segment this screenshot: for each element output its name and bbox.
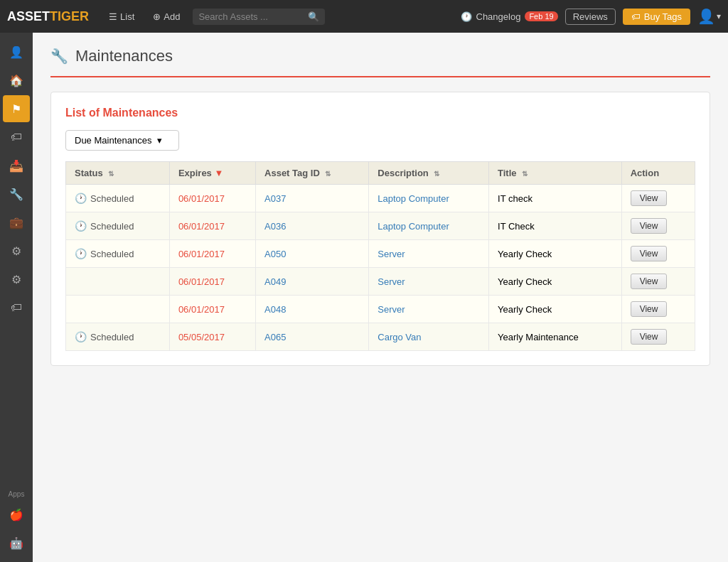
cell-status: 🕐Scheduled xyxy=(66,240,170,268)
sidebar-item-home[interactable]: 🏠 xyxy=(3,67,30,94)
sidebar-item-flag[interactable]: ⚑ xyxy=(3,95,30,122)
reviews-button[interactable]: Reviews xyxy=(565,9,616,25)
reviews-label: Reviews xyxy=(573,11,608,22)
sort-title-icon[interactable]: ⇅ xyxy=(522,170,528,178)
expires-date: 06/01/2017 xyxy=(178,249,225,259)
buy-tags-button[interactable]: 🏷 Buy Tags xyxy=(623,9,690,25)
sort-asset-tag-icon[interactable]: ⇅ xyxy=(325,170,331,178)
cell-expires: 06/01/2017 xyxy=(169,240,255,268)
description-link[interactable]: Server xyxy=(378,276,405,287)
view-button[interactable]: View xyxy=(631,301,668,317)
page-title: Maintenances xyxy=(75,47,173,65)
cell-title: Yearly Check xyxy=(489,268,622,296)
sidebar-item-tag[interactable]: 🏷 xyxy=(3,124,30,151)
page-divider xyxy=(50,76,710,77)
table-row: 🕐Scheduled06/01/2017A050ServerYearly Che… xyxy=(66,240,695,268)
view-button[interactable]: View xyxy=(631,329,668,345)
cell-description: Server xyxy=(369,268,489,296)
scheduled-clock-icon: 🕐 xyxy=(75,248,87,259)
list-button[interactable]: ☰ List xyxy=(103,9,140,25)
cell-asset-tag-id: A065 xyxy=(256,323,369,351)
user-menu-button[interactable]: 👤 ▾ xyxy=(697,8,721,25)
add-button[interactable]: ⊕ Add xyxy=(147,9,186,25)
sidebar-item-briefcase[interactable]: 💼 xyxy=(3,209,30,236)
view-button[interactable]: View xyxy=(631,246,668,261)
sidebar-item-inbox[interactable]: 📥 xyxy=(3,152,30,179)
description-link[interactable]: Server xyxy=(378,304,405,315)
table-header-row: Status ⇅ Expires ▼ Asset Tag ID ⇅ Desc xyxy=(66,162,695,185)
view-button[interactable]: View xyxy=(631,274,668,289)
cell-title: Yearly Check xyxy=(489,240,622,268)
sidebar-item-settings[interactable]: ⚙ xyxy=(3,237,30,264)
maintenances-table: Status ⇅ Expires ▼ Asset Tag ID ⇅ Desc xyxy=(65,161,695,351)
cell-status: 🕐Scheduled xyxy=(66,212,170,240)
table-row: 06/01/2017A048ServerYearly CheckView xyxy=(66,296,695,323)
sidebar-item-gear[interactable]: ⚙ xyxy=(3,266,30,293)
cell-asset-tag-id: A037 xyxy=(256,185,369,212)
buy-tags-label: Buy Tags xyxy=(644,11,682,22)
view-button[interactable]: View xyxy=(631,190,668,206)
table-row: 🕐Scheduled06/01/2017A036Laptop ComputerI… xyxy=(66,212,695,240)
asset-tag-link[interactable]: A048 xyxy=(264,304,286,315)
search-wrap: 🔍 xyxy=(193,9,325,25)
list-label: List xyxy=(120,11,134,22)
sort-description-icon[interactable]: ⇅ xyxy=(434,170,439,178)
status-text: Scheduled xyxy=(90,193,134,204)
sidebar-item-android[interactable]: 🤖 xyxy=(3,529,30,556)
col-asset-tag-id: Asset Tag ID ⇅ xyxy=(256,162,369,185)
col-expires: Expires ▼ xyxy=(169,162,255,185)
cell-action: View xyxy=(621,185,695,212)
expires-date: 05/05/2017 xyxy=(178,332,225,342)
sidebar-item-label[interactable]: 🏷 xyxy=(3,294,30,321)
feb-badge: Feb 19 xyxy=(525,11,557,21)
changelog-button[interactable]: 🕐 Changelog Feb 19 xyxy=(461,11,558,22)
dropdown-wrap: Due Maintenances ▾ xyxy=(65,130,695,151)
cell-action: View xyxy=(621,240,695,268)
cell-expires: 05/05/2017 xyxy=(169,323,255,351)
sidebar-item-user[interactable]: 👤 xyxy=(3,38,30,65)
sidebar-item-wrench[interactable]: 🔧 xyxy=(3,180,30,207)
asset-tag-link[interactable]: A065 xyxy=(264,332,286,342)
col-title: Title ⇅ xyxy=(489,162,622,185)
col-description: Description ⇅ xyxy=(369,162,489,185)
sort-status-icon[interactable]: ⇅ xyxy=(108,170,114,178)
cell-description: Laptop Computer xyxy=(369,185,489,212)
sort-expires-icon[interactable]: ▼ xyxy=(214,168,223,178)
cell-asset-tag-id: A050 xyxy=(256,240,369,268)
cell-action: View xyxy=(621,212,695,240)
asset-tag-link[interactable]: A037 xyxy=(264,193,286,204)
view-button[interactable]: View xyxy=(631,218,668,234)
table-row: 🕐Scheduled06/01/2017A037Laptop ComputerI… xyxy=(66,185,695,212)
cell-status xyxy=(66,268,170,296)
col-status: Status ⇅ xyxy=(66,162,170,185)
due-maintenances-dropdown[interactable]: Due Maintenances ▾ xyxy=(65,130,179,151)
description-link[interactable]: Laptop Computer xyxy=(378,221,449,232)
cell-action: View xyxy=(621,323,695,351)
sidebar-item-apple[interactable]: 🍎 xyxy=(3,501,30,528)
page-header: 🔧 Maintenances xyxy=(50,47,710,65)
sidebar-apps: Apps 🍎 🤖 xyxy=(3,490,30,562)
list-icon: ☰ xyxy=(109,11,117,22)
main-content: 🔧 Maintenances List of Maintenances Due … xyxy=(33,33,728,562)
cell-description: Server xyxy=(369,240,489,268)
status-text: Scheduled xyxy=(90,249,134,259)
cell-expires: 06/01/2017 xyxy=(169,296,255,323)
col-action: Action xyxy=(621,162,695,185)
asset-tag-link[interactable]: A049 xyxy=(264,276,286,287)
cell-expires: 06/01/2017 xyxy=(169,268,255,296)
cell-title: Yearly Check xyxy=(489,296,622,323)
top-nav: ASSETTIGER ☰ List ⊕ Add 🔍 🕐 Changelog Fe… xyxy=(0,0,728,33)
dropdown-label: Due Maintenances xyxy=(75,135,151,146)
asset-tag-link[interactable]: A036 xyxy=(264,221,286,232)
search-input[interactable] xyxy=(198,11,308,22)
cell-description: Laptop Computer xyxy=(369,212,489,240)
expires-date: 06/01/2017 xyxy=(178,304,225,315)
description-link[interactable]: Cargo Van xyxy=(378,332,421,342)
apps-label: Apps xyxy=(9,490,25,498)
expires-date: 06/01/2017 xyxy=(178,193,225,204)
description-link[interactable]: Server xyxy=(378,249,405,259)
cell-expires: 06/01/2017 xyxy=(169,212,255,240)
status-text: Scheduled xyxy=(90,221,134,232)
asset-tag-link[interactable]: A050 xyxy=(264,249,286,259)
description-link[interactable]: Laptop Computer xyxy=(378,193,449,204)
